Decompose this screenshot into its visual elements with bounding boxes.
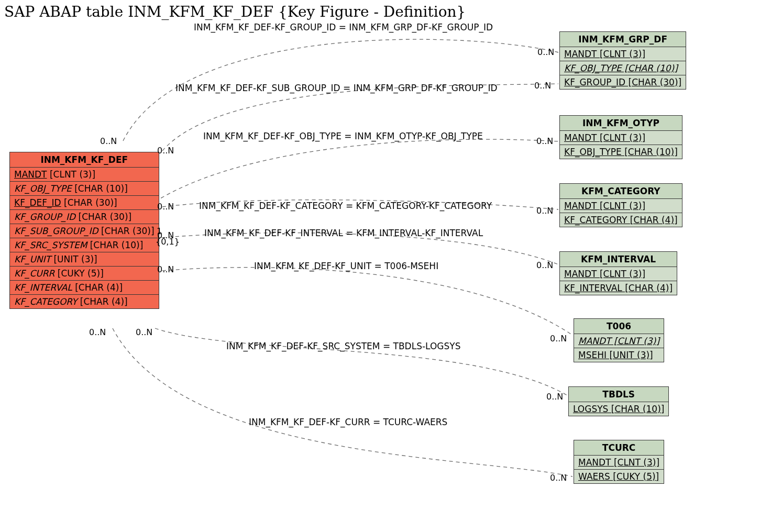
table-header: TBDLS xyxy=(568,386,669,402)
table-header: INM_KFM_KF_DEF xyxy=(9,152,159,168)
table-inm-kfm-grp-df: INM_KFM_GRP_DF MANDT [CLNT (3)] KF_OBJ_T… xyxy=(559,31,686,90)
cardinality: 0..N xyxy=(157,264,174,274)
table-kfm-category: KFM_CATEGORY MANDT [CLNT (3)] KF_CATEGOR… xyxy=(559,183,682,227)
table-header: TCURC xyxy=(574,440,664,456)
column: LOGSYS [CHAR (10)] xyxy=(568,402,669,416)
cardinality: 0..N xyxy=(89,327,106,337)
cardinality: {0,1} xyxy=(156,237,180,247)
column-mandt: MANDT [CLNT (3)] xyxy=(9,168,159,182)
cardinality: 0..N xyxy=(536,260,553,270)
relation-label-kf-obj-type: INM_KFM_KF_DEF-KF_OBJ_TYPE = INM_KFM_OTY… xyxy=(203,131,483,141)
table-tbdls: TBDLS LOGSYS [CHAR (10)] xyxy=(568,386,669,416)
relation-label-kf-curr: INM_KFM_KF_DEF-KF_CURR = TCURC-WAERS xyxy=(249,417,447,427)
table-header: INM_KFM_OTYP xyxy=(559,115,682,131)
relation-label-kf-sub-group-id: INM_KFM_KF_DEF-KF_SUB_GROUP_ID = INM_KFM… xyxy=(175,83,498,93)
cardinality: 0..N xyxy=(536,206,553,216)
column-kf-sub-group-id: KF_SUB_GROUP_ID [CHAR (30)] xyxy=(9,224,159,238)
column-kf-curr: KF_CURR [CUKY (5)] xyxy=(9,267,159,281)
table-header: INM_KFM_GRP_DF xyxy=(559,31,686,47)
table-header: T006 xyxy=(574,318,664,334)
cardinality: 0..N xyxy=(536,136,553,146)
table-inm-kfm-otyp: INM_KFM_OTYP MANDT [CLNT (3)] KF_OBJ_TYP… xyxy=(559,115,682,159)
diagram-title: SAP ABAP table INM_KFM_KF_DEF {Key Figur… xyxy=(4,3,466,20)
relation-label-kf-group-id: INM_KFM_KF_DEF-KF_GROUP_ID = INM_KFM_GRP… xyxy=(194,22,493,32)
column-kf-category: KF_CATEGORY [CHAR (4)] xyxy=(9,295,159,309)
table-inm-kfm-kf-def: INM_KFM_KF_DEF MANDT [CLNT (3)] KF_OBJ_T… xyxy=(9,152,159,309)
cardinality: 0..N xyxy=(136,327,152,337)
column-kf-group-id: KF_GROUP_ID [CHAR (30)] xyxy=(9,210,159,224)
cardinality: 0..N xyxy=(550,334,567,343)
table-header: KFM_INTERVAL xyxy=(559,251,677,267)
column: MANDT [CLNT (3)] xyxy=(559,131,682,145)
cardinality: 0..N xyxy=(537,47,554,57)
column-kf-unit: KF_UNIT [UNIT (3)] xyxy=(9,252,159,267)
column: MANDT [CLNT (3)] xyxy=(559,47,686,61)
cardinality: 0..N xyxy=(550,473,567,483)
relation-label-kf-interval: INM_KFM_KF_DEF-KF_INTERVAL = KFM_INTERVA… xyxy=(204,228,483,238)
table-t006: T006 MANDT [CLNT (3)] MSEHI [UNIT (3)] xyxy=(574,318,664,362)
cardinality: 0..N xyxy=(546,392,563,402)
column: MANDT [CLNT (3)] xyxy=(574,334,664,348)
column: MANDT [CLNT (3)] xyxy=(559,267,677,281)
table-kfm-interval: KFM_INTERVAL MANDT [CLNT (3)] KF_INTERVA… xyxy=(559,251,677,295)
column-kf-def-id: KF_DEF_ID [CHAR (30)] xyxy=(9,196,159,210)
cardinality: 0..N xyxy=(157,202,174,212)
relation-label-kf-src-system: INM_KFM_KF_DEF-KF_SRC_SYSTEM = TBDLS-LOG… xyxy=(226,341,460,351)
relation-label-kf-category: INM_KFM_KF_DEF-KF_CATEGORY = KFM_CATEGOR… xyxy=(199,201,492,211)
column: KF_OBJ_TYPE [CHAR (10)] xyxy=(559,61,686,75)
column: KF_INTERVAL [CHAR (4)] xyxy=(559,281,677,295)
column: KF_OBJ_TYPE [CHAR (10)] xyxy=(559,145,682,159)
column: WAERS [CUKY (5)] xyxy=(574,470,664,484)
column: MANDT [CLNT (3)] xyxy=(574,456,664,470)
relation-label-kf-unit: INM_KFM_KF_DEF-KF_UNIT = T006-MSEHI xyxy=(254,261,438,271)
column: KF_GROUP_ID [CHAR (30)] xyxy=(559,75,686,90)
column: MANDT [CLNT (3)] xyxy=(559,199,682,213)
column-kf-src-system: KF_SRC_SYSTEM [CHAR (10)] xyxy=(9,238,159,252)
cardinality: 0..N xyxy=(157,146,174,156)
column: MSEHI [UNIT (3)] xyxy=(574,348,664,362)
cardinality: 0..N xyxy=(534,81,551,91)
table-header: KFM_CATEGORY xyxy=(559,183,682,199)
column-kf-interval: KF_INTERVAL [CHAR (4)] xyxy=(9,281,159,295)
column: KF_CATEGORY [CHAR (4)] xyxy=(559,213,682,227)
cardinality: 0..N xyxy=(100,136,117,146)
table-tcurc: TCURC MANDT [CLNT (3)] WAERS [CUKY (5)] xyxy=(574,440,664,484)
cardinality: 1 xyxy=(157,226,162,236)
column-kf-obj-type: KF_OBJ_TYPE [CHAR (10)] xyxy=(9,182,159,196)
